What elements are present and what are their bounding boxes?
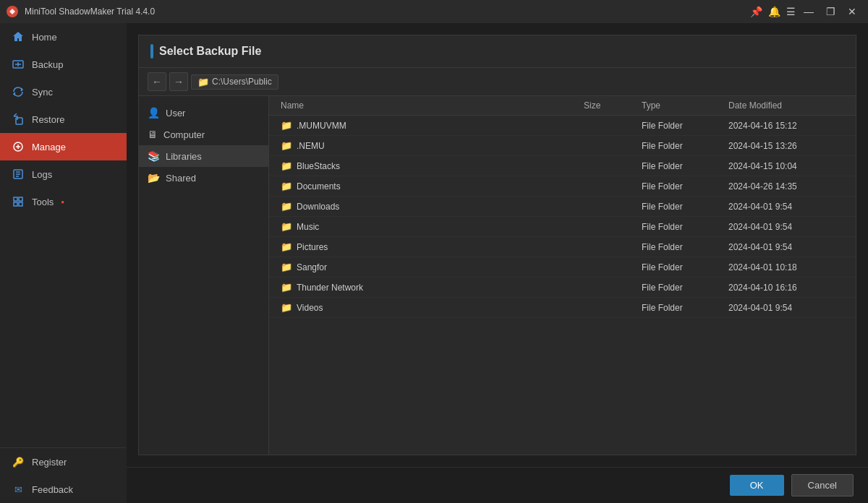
minimize-button[interactable]: — xyxy=(799,4,819,19)
file-list: 📁 .MUMUVMM File Folder 2024-04-16 15:12 … xyxy=(269,116,856,455)
table-row[interactable]: 📁 Sangfor File Folder 2024-04-01 10:18 xyxy=(269,257,856,278)
sidebar-item-manage[interactable]: Manage xyxy=(0,133,127,160)
file-name-cell: 📁 Sangfor xyxy=(281,262,584,272)
sidebar-item-home[interactable]: Home xyxy=(0,23,127,51)
folder-icon: 📁 xyxy=(281,160,292,171)
file-name-cell: 📁 BlueStacks xyxy=(281,160,584,171)
svg-rect-5 xyxy=(14,197,17,201)
logs-icon xyxy=(12,168,25,181)
file-name-cell: 📁 Videos xyxy=(281,302,584,313)
file-browser: 👤 User 🖥 Computer 📚 Libraries 📂 Shared xyxy=(139,96,856,455)
table-row[interactable]: 📁 Thunder Network File Folder 2024-04-10… xyxy=(269,278,856,298)
select-backup-dialog: Select Backup File ← → 📁 C:\Users\Public… xyxy=(138,35,856,455)
table-row[interactable]: 📁 .NEMU File Folder 2024-04-15 13:26 xyxy=(269,136,856,156)
tree-item-libraries[interactable]: 📚 Libraries xyxy=(139,145,268,167)
path-bar: 📁 C:\Users\Public xyxy=(191,74,278,90)
close-button[interactable]: ✕ xyxy=(842,4,862,19)
content-area: Select Backup File ← → 📁 C:\Users\Public… xyxy=(127,23,868,503)
folder-icon: 📁 xyxy=(281,262,292,272)
shared-tree-icon: 📂 xyxy=(148,172,160,184)
tools-icon xyxy=(12,195,25,208)
tree-item-shared[interactable]: 📂 Shared xyxy=(139,167,268,189)
libraries-tree-icon: 📚 xyxy=(148,150,160,162)
sidebar-item-sync[interactable]: Sync xyxy=(0,78,127,106)
app-logo xyxy=(6,5,19,18)
file-name-cell: 📁 .MUMUVMM xyxy=(281,120,584,131)
svg-rect-7 xyxy=(14,202,17,206)
backup-icon xyxy=(12,58,25,71)
folder-icon: 📁 xyxy=(281,302,292,313)
sidebar: Home Backup Sync Restore Manage xyxy=(0,23,127,503)
table-row[interactable]: 📁 .MUMUVMM File Folder 2024-04-16 15:12 xyxy=(269,116,856,136)
file-name-cell: 📁 Downloads xyxy=(281,201,584,212)
sidebar-item-logs[interactable]: Logs xyxy=(0,160,127,188)
app-title: MiniTool ShadowMaker Trial 4.4.0 xyxy=(25,7,747,17)
user-tree-icon: 👤 xyxy=(148,107,160,119)
ok-button[interactable]: OK xyxy=(730,475,784,496)
left-panel: 👤 User 🖥 Computer 📚 Libraries 📂 Shared xyxy=(139,96,269,455)
path-folder-icon: 📁 xyxy=(197,77,209,87)
sidebar-item-restore[interactable]: Restore xyxy=(0,106,127,133)
sync-icon xyxy=(12,85,25,98)
pin-icon[interactable]: 📌 xyxy=(750,6,762,17)
table-row[interactable]: 📁 BlueStacks File Folder 2024-04-15 10:0… xyxy=(269,156,856,176)
file-name-cell: 📁 Music xyxy=(281,221,584,232)
table-row[interactable]: 📁 Videos File Folder 2024-04-01 9:54 xyxy=(269,298,856,318)
forward-button[interactable]: → xyxy=(169,72,188,91)
sidebar-item-feedback[interactable]: ✉ Feedback xyxy=(0,476,127,503)
sidebar-bottom: 🔑 Register ✉ Feedback xyxy=(0,447,127,503)
folder-icon: 📁 xyxy=(281,140,292,151)
file-name-cell: 📁 Pictures xyxy=(281,241,584,252)
file-name-cell: 📁 Documents xyxy=(281,181,584,192)
table-row[interactable]: 📁 Documents File Folder 2024-04-26 14:35 xyxy=(269,176,856,197)
folder-icon: 📁 xyxy=(281,181,292,192)
sidebar-item-tools[interactable]: Tools ● xyxy=(0,188,127,215)
key-icon: 🔑 xyxy=(12,455,25,468)
table-row[interactable]: 📁 Music File Folder 2024-04-01 9:54 xyxy=(269,217,856,237)
restore-button[interactable]: ❐ xyxy=(820,4,841,19)
menu-icon[interactable]: ☰ xyxy=(786,6,796,17)
svg-rect-6 xyxy=(19,197,22,201)
back-button[interactable]: ← xyxy=(148,72,166,91)
folder-icon: 📁 xyxy=(281,221,292,232)
sidebar-item-backup[interactable]: Backup xyxy=(0,51,127,78)
cancel-button[interactable]: Cancel xyxy=(791,474,854,496)
table-row[interactable]: 📁 Downloads File Folder 2024-04-01 9:54 xyxy=(269,197,856,217)
file-table-header: Name Size Type Date Modified xyxy=(269,96,856,116)
manage-icon xyxy=(12,140,25,153)
file-name-cell: 📁 .NEMU xyxy=(281,140,584,151)
mail-icon: ✉ xyxy=(12,483,25,496)
tree-item-user[interactable]: 👤 User xyxy=(139,102,268,124)
tree-item-computer[interactable]: 🖥 Computer xyxy=(139,124,268,145)
folder-icon: 📁 xyxy=(281,201,292,212)
main-layout: Home Backup Sync Restore Manage xyxy=(0,23,868,503)
folder-icon: 📁 xyxy=(281,241,292,252)
right-panel: Name Size Type Date Modified 📁 .MUMUVMM … xyxy=(269,96,856,455)
computer-tree-icon: 🖥 xyxy=(148,129,158,140)
bottom-bar: OK Cancel xyxy=(127,467,868,503)
sidebar-item-register[interactable]: 🔑 Register xyxy=(0,448,127,476)
file-toolbar: ← → 📁 C:\Users\Public xyxy=(139,68,856,96)
table-row[interactable]: 📁 Pictures File Folder 2024-04-01 9:54 xyxy=(269,237,856,257)
restore-icon xyxy=(12,113,25,126)
folder-icon: 📁 xyxy=(281,120,292,131)
titlebar: MiniTool ShadowMaker Trial 4.4.0 📌 🔔 ☰ —… xyxy=(0,0,868,23)
folder-icon: 📁 xyxy=(281,282,292,293)
home-icon xyxy=(12,30,25,43)
file-name-cell: 📁 Thunder Network xyxy=(281,282,584,293)
tools-notification-dot: ● xyxy=(61,199,64,205)
svg-rect-8 xyxy=(19,202,22,206)
window-controls: — ❐ ✕ xyxy=(799,4,862,19)
notification-icon[interactable]: 🔔 xyxy=(768,6,780,17)
dialog-title: Select Backup File xyxy=(139,35,856,68)
